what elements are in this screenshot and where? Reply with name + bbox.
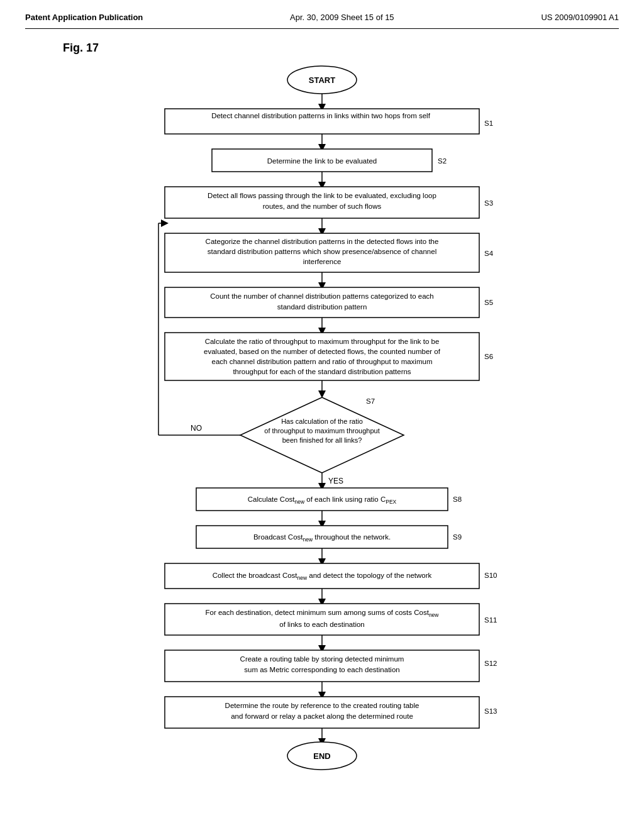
- end-label: END: [313, 751, 330, 761]
- s6-label: S6: [484, 353, 493, 360]
- s12-label: S12: [484, 660, 497, 667]
- s7-text-3: been finished for all links?: [282, 436, 362, 444]
- header-center: Apr. 30, 2009 Sheet 15 of 15: [290, 13, 394, 22]
- s7-text-2: of throughput to maximum throughput: [264, 427, 379, 434]
- header-left: Patent Application Publication: [25, 13, 143, 22]
- s2-text: Determine the link to be evaluated: [267, 157, 377, 165]
- s11-text-2: of links to each destination: [279, 621, 365, 628]
- s6-text-2: evaluated, based on the number of detect…: [204, 348, 441, 355]
- s6-text-1: Calculate the ratio of throughput to max…: [205, 338, 440, 345]
- s3-text-2: routes, and the number of such flows: [263, 202, 382, 210]
- header: Patent Application Publication Apr. 30, …: [25, 13, 619, 29]
- s4-label: S4: [484, 250, 494, 257]
- s4-text-1: Categorize the channel distribution patt…: [206, 238, 439, 245]
- s7-label: S7: [366, 397, 375, 405]
- s3-label: S3: [484, 199, 493, 207]
- header-right: US 2009/0109901 A1: [541, 13, 619, 22]
- s13-label: S13: [484, 707, 497, 715]
- flowchart-container: START Detect channel distribution patter…: [25, 61, 619, 816]
- s1-text: Detect channel distribution patterns in …: [211, 112, 431, 119]
- start-label: START: [309, 75, 335, 85]
- s12-text-1: Create a routing table by storing detect…: [240, 655, 404, 663]
- fig-title: Fig. 17: [63, 42, 619, 55]
- s12-text-2: sum as Metric corresponding to each dest…: [244, 666, 399, 673]
- s5-text-1: Count the number of channel distribution…: [210, 292, 433, 300]
- page: Patent Application Publication Apr. 30, …: [0, 0, 644, 830]
- s4-text-2: standard distribution patterns which sho…: [208, 248, 436, 255]
- yes-label: YES: [328, 477, 343, 485]
- s13-text-1: Determine the route by reference to the …: [225, 702, 419, 709]
- s5-text-2: standard distribution pattern: [277, 303, 367, 311]
- no-label: NO: [191, 424, 202, 433]
- s11-label: S11: [484, 616, 497, 624]
- s6-text-4: throughput for each of the standard dist…: [233, 368, 411, 375]
- flowchart-svg: START Detect channel distribution patter…: [96, 61, 548, 816]
- s4-text-3: interference: [303, 258, 341, 265]
- s5-label: S5: [484, 299, 493, 306]
- svg-marker-15: [240, 397, 404, 473]
- s1-label: S1: [484, 119, 493, 127]
- s7-text-1: Has calculation of the ratio: [281, 418, 363, 425]
- s6-text-3: each channel distribution pattern and ra…: [212, 358, 433, 365]
- s10-label: S10: [484, 572, 497, 579]
- s2-label: S2: [438, 157, 447, 165]
- s3-text-1: Detect all flows passing through the lin…: [208, 192, 436, 199]
- s13-text-2: and forward or relay a packet along the …: [231, 712, 413, 720]
- s8-label: S8: [453, 495, 462, 503]
- s9-label: S9: [453, 533, 462, 541]
